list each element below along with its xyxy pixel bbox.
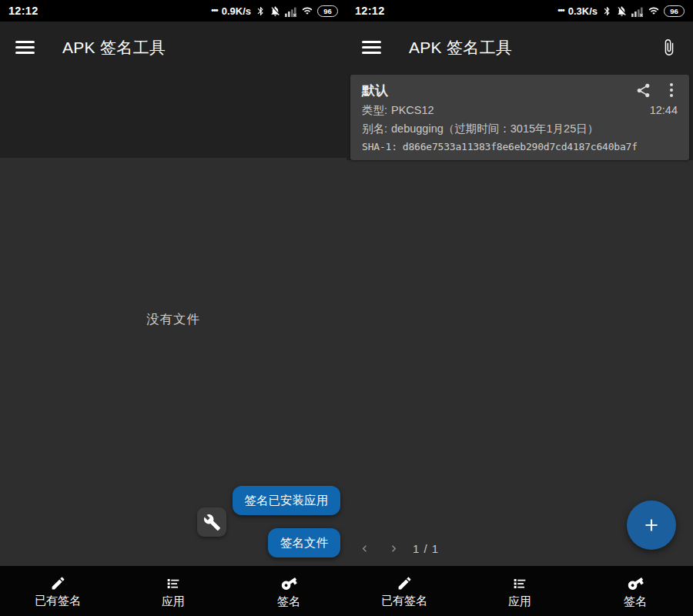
status-time: 12:12: [355, 5, 385, 17]
page-indicator: 1 / 1: [413, 542, 439, 555]
nav-tab-existing-signatures[interactable]: 已有签名: [346, 566, 462, 616]
nav-label: 签名: [277, 594, 300, 609]
empty-state-text: 没有文件: [0, 311, 346, 328]
pagination: 1 / 1: [354, 537, 439, 559]
wifi-icon: [301, 5, 313, 16]
app-title: APK 签名工具: [409, 37, 512, 59]
keystore-type-row: 类型: PKCS12 12:44: [362, 103, 678, 118]
bluetooth-icon: [256, 5, 266, 17]
next-page-button[interactable]: [383, 538, 403, 558]
list-icon: [165, 575, 182, 592]
nav-tab-existing-signatures[interactable]: 已有签名: [0, 566, 116, 616]
sign-file-button[interactable]: 签名文件: [268, 528, 340, 557]
nav-label: 应用: [508, 594, 531, 609]
keystore-name: 默认: [362, 82, 634, 99]
keystore-card-header: 默认: [362, 81, 678, 99]
network-activity-dots: •••: [557, 5, 564, 15]
nav-label: 已有签名: [35, 594, 81, 608]
bluetooth-icon: [602, 5, 612, 17]
notifications-muted-icon: [270, 5, 281, 17]
paperclip-icon: [660, 38, 678, 56]
pencil-icon: [50, 575, 66, 591]
attach-file-button[interactable]: [660, 38, 678, 56]
nav-tab-apps[interactable]: 应用: [462, 566, 578, 616]
wrench-icon: [203, 514, 221, 531]
key-icon: [276, 571, 301, 595]
app-bar-left: APK 签名工具: [0, 22, 346, 73]
overflow-menu-button[interactable]: [665, 83, 678, 97]
notifications-muted-icon: [616, 5, 628, 17]
screen-right: 12:12 ••• 0.3K/s: [346, 0, 693, 616]
alias-value: debugging（过期时间：3015年1月25日）: [391, 122, 598, 136]
status-bar-right: 12:12 ••• 0.3K/s: [346, 0, 693, 22]
status-icons: ••• 0.9K/s: [211, 5, 338, 17]
type-value: PKCS12: [391, 103, 434, 118]
alias-label: 别名:: [362, 122, 387, 136]
plus-icon: [641, 515, 661, 535]
sha1-label: SHA-1:: [362, 141, 397, 152]
list-icon: [511, 575, 528, 592]
share-button[interactable]: [634, 81, 653, 100]
battery-indicator: 96: [664, 5, 685, 17]
keystore-card[interactable]: 默认 类型: PKCS12 12:44 别名: debugging（过期时间：3: [350, 75, 689, 160]
chevron-right-icon: [387, 542, 400, 555]
nav-tab-sign[interactable]: 签名: [578, 566, 693, 616]
key-icon: [623, 571, 648, 595]
menu-button[interactable]: [15, 41, 35, 54]
previous-page-button[interactable]: [354, 538, 374, 558]
nav-label: 签名: [624, 594, 647, 609]
battery-percent: 96: [323, 7, 332, 15]
toolbar-area: APK 签名工具 默认: [346, 22, 693, 160]
sign-installed-app-button[interactable]: 签名已安装应用: [233, 486, 341, 515]
type-label: 类型:: [362, 103, 387, 118]
keystore-alias-row: 别名: debugging（过期时间：3015年1月25日）: [362, 122, 678, 136]
status-time: 12:12: [8, 5, 38, 17]
battery-percent: 96: [670, 7, 678, 15]
network-speed: 0.3K/s: [568, 5, 598, 17]
bottom-nav-right: 已有签名 应用 签名: [346, 566, 693, 616]
battery-indicator: 96: [317, 5, 338, 17]
cellular-signal-icon: [631, 5, 644, 17]
bottom-nav-left: 已有签名 应用 签名: [0, 566, 346, 616]
dual-phone-screenshot: 12:12 ••• 0.9K/s: [0, 0, 693, 616]
nav-label: 应用: [162, 594, 185, 609]
tools-fab-button[interactable]: [197, 507, 226, 537]
keystore-time: 12:44: [650, 103, 678, 118]
add-keystore-fab[interactable]: [627, 500, 676, 550]
nav-tab-sign[interactable]: 签名: [231, 566, 346, 616]
network-activity-dots: •••: [211, 5, 218, 15]
sha1-value: d866e7533a11383f8e6eb290d7cd4187c640ba7f: [403, 141, 638, 152]
toolbar-area: APK 签名工具: [0, 22, 346, 158]
app-title: APK 签名工具: [62, 37, 166, 59]
cellular-signal-icon: [285, 5, 297, 17]
keystore-sha1-row: SHA-1: d866e7533a11383f8e6eb290d7cd4187c…: [362, 141, 678, 152]
menu-button[interactable]: [362, 41, 381, 54]
status-icons: ••• 0.3K/s: [557, 5, 685, 17]
chevron-left-icon: [358, 542, 371, 555]
pencil-icon: [397, 575, 413, 591]
app-bar-right: APK 签名工具: [346, 22, 693, 73]
status-bar-left: 12:12 ••• 0.9K/s: [0, 0, 346, 22]
nav-label: 已有签名: [381, 594, 427, 608]
wifi-icon: [648, 5, 660, 16]
nav-tab-apps[interactable]: 应用: [116, 566, 231, 616]
share-icon: [635, 82, 651, 99]
network-speed: 0.9K/s: [222, 5, 251, 17]
screen-left: 12:12 ••• 0.9K/s: [0, 0, 346, 616]
